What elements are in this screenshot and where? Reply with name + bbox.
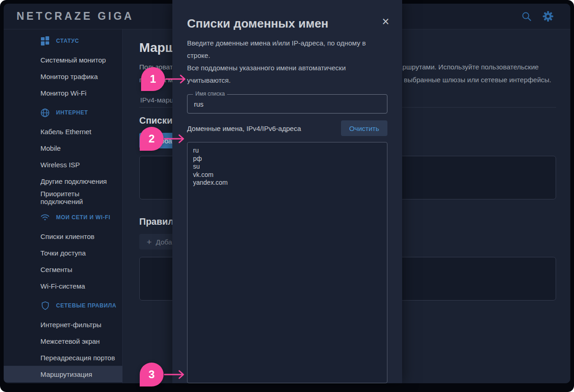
screenshot-stage: NETCRAZE GIGA СТАТУС Системный монитор М… — [0, 0, 574, 392]
domains-textarea[interactable]: ru рф su vk.com yandex.com — [187, 142, 387, 383]
sidebar-item-connection-priorities[interactable]: Приоритеты подключений — [4, 189, 122, 206]
shield-icon — [40, 301, 50, 310]
sidebar-item-access-points[interactable]: Точки доступа — [4, 244, 122, 261]
plus-icon: + — [147, 238, 152, 246]
sidebar-item-mobile[interactable]: Mobile — [4, 140, 122, 156]
sidebar-section-networks: МОИ СЕТИ И WI-FI — [4, 209, 122, 226]
sidebar-section-network-rules: СЕТЕВЫЕ ПРАВИЛА — [4, 297, 122, 314]
globe-icon — [40, 108, 50, 117]
sidebar-item-wireless-isp[interactable]: Wireless ISP — [4, 156, 122, 173]
sidebar-section-label: СЕТЕВЫЕ ПРАВИЛА — [56, 302, 116, 309]
sidebar-item-wifi-system[interactable]: Wi-Fi-система — [4, 278, 122, 294]
dashboard-icon — [40, 36, 50, 45]
sidebar-item-firewall[interactable]: Межсетевой экран — [4, 333, 122, 349]
sidebar-section-label: ИНТЕРНЕТ — [56, 109, 88, 116]
annotation-2: 2 — [140, 127, 185, 151]
annotation-arrow-1 — [165, 74, 187, 85]
annotation-badge-2: 2 — [140, 127, 164, 151]
modal-description-line: Все поддомены указанного имени автоматич… — [187, 62, 387, 86]
sidebar-section-status: СТАТУС — [4, 33, 122, 49]
app-logo: NETCRAZE GIGA — [17, 10, 134, 23]
list-name-input[interactable] — [188, 95, 387, 113]
sidebar-item-other-connections[interactable]: Другие подключения — [4, 173, 122, 189]
annotation-1: 1 — [141, 67, 187, 91]
sidebar-item-wifi-monitor[interactable]: Монитор Wi-Fi — [4, 85, 122, 101]
list-name-field: Имя списка — [187, 94, 387, 114]
sidebar-item-client-lists[interactable]: Списки клиентов — [4, 228, 122, 244]
search-icon[interactable] — [521, 11, 533, 23]
sidebar: СТАТУС Системный монитор Монитор трафика… — [4, 29, 123, 383]
sidebar-item-port-forwarding[interactable]: Переадресация портов — [4, 349, 122, 366]
sidebar-item-segments[interactable]: Сегменты — [4, 261, 122, 278]
annotation-arrow-3 — [164, 369, 185, 380]
modal-description: Введите доменные имена и/или IP-адреса, … — [187, 37, 387, 86]
domains-label-row: Доменные имена, IPv4/IPv6-адреса Очистит… — [187, 120, 387, 136]
sidebar-item-system-monitor[interactable]: Системный монитор — [4, 51, 122, 68]
sidebar-section-internet: ИНТЕРНЕТ — [4, 104, 122, 121]
modal-title: Списки доменных имен — [187, 17, 387, 31]
sidebar-item-ethernet[interactable]: Кабель Ethernet — [4, 123, 122, 140]
sidebar-item-traffic-monitor[interactable]: Монитор трафика — [4, 68, 122, 85]
topbar-actions — [521, 11, 554, 23]
modal-description-line: Введите доменные имена и/или IP-адреса, … — [187, 37, 387, 62]
wifi-icon — [40, 213, 50, 222]
sidebar-section-label: СТАТУС — [56, 38, 79, 44]
annotation-arrow-2 — [164, 133, 185, 144]
annotation-badge-1: 1 — [141, 67, 165, 91]
sidebar-section-label: МОИ СЕТИ И WI-FI — [56, 214, 110, 221]
close-icon[interactable]: × — [382, 16, 389, 28]
sidebar-item-internet-filters[interactable]: Интернет-фильтры — [4, 316, 122, 333]
sidebar-item-routing[interactable]: Маршрутизация — [4, 366, 122, 382]
gear-icon[interactable] — [542, 11, 554, 23]
annotation-3: 3 — [140, 363, 185, 386]
domains-label: Доменные имена, IPv4/IPv6-адреса — [187, 125, 301, 132]
annotation-badge-3: 3 — [140, 363, 164, 386]
clear-button[interactable]: Очистить — [341, 120, 387, 136]
domain-lists-modal: × Списки доменных имен Введите доменные … — [172, 0, 402, 383]
